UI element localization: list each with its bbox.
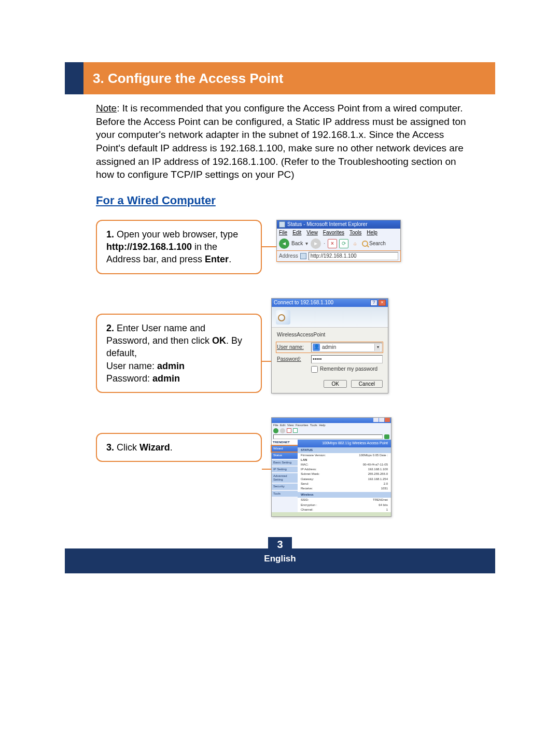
close-icon[interactable] xyxy=(385,418,390,422)
user-icon: 👤 xyxy=(313,344,320,351)
note-label: Note xyxy=(96,103,117,114)
page-footer: 3 English xyxy=(65,548,495,573)
step-3-bubble: 3. Click Wizard. xyxy=(96,433,262,462)
dialog-banner xyxy=(272,307,388,328)
step-2-row: 2. Enter User name and Password, and the… xyxy=(96,298,485,393)
section-title-bar: 3. Configure the Access Point xyxy=(83,62,495,94)
username-input[interactable]: 👤 admin ▾ xyxy=(311,343,382,352)
connector-line xyxy=(262,361,271,362)
password-label: Password: xyxy=(277,356,308,362)
ie-toolbar: ◄ Back ▾ ► · × ⟳ ⌂ Search xyxy=(277,237,400,251)
ie-titlebar: Status - Microsoft Internet Explorer xyxy=(277,220,400,229)
help-icon[interactable]: ? xyxy=(370,300,377,306)
forward-button-icon[interactable]: ► xyxy=(311,238,321,249)
step-2-bubble: 2. Enter User name and Password, and the… xyxy=(96,314,262,393)
sidebar-item-basic[interactable]: Basic Setting xyxy=(272,460,298,466)
back-button-icon[interactable]: ◄ xyxy=(279,238,289,249)
address-label: Address xyxy=(279,253,298,259)
step-3-row: 3. Click Wizard. File Edit View Favorite… xyxy=(96,417,485,517)
step-2-number: 2. xyxy=(106,323,114,333)
connector-line xyxy=(262,246,276,247)
search-button[interactable]: Search xyxy=(362,241,386,247)
stop-icon[interactable] xyxy=(287,428,291,433)
menu-file[interactable]: File xyxy=(279,230,287,235)
back-label[interactable]: Back xyxy=(291,241,303,247)
go-icon[interactable] xyxy=(384,434,389,439)
sidebar-item-security[interactable]: Security xyxy=(272,484,298,489)
menu-favorites[interactable]: Favorites xyxy=(323,230,344,235)
dialog-title: Connect to 192.168.1.100 xyxy=(274,300,333,306)
keys-icon xyxy=(276,310,290,325)
admin-sidebar: TRENDNET Wizard Status Basic Setting IP … xyxy=(272,440,298,512)
stop-icon[interactable]: × xyxy=(328,239,337,248)
remember-row: Remember my password xyxy=(311,366,383,373)
dialog-titlebar: Connect to 192.168.1.100 ? × xyxy=(272,299,388,307)
brand-logo: TRENDNET xyxy=(272,440,298,445)
admin-banner: 100Mbps 802.11g Wireless Access Point xyxy=(298,440,391,447)
wireless-heading: Wireless xyxy=(298,492,391,498)
section-header: 3. Configure the Access Point xyxy=(65,62,495,94)
screenshot-admin-page: File Edit View Favorites Tools Help TREN… xyxy=(271,417,391,517)
step-1-number: 1. xyxy=(106,229,114,240)
page-number: 3 xyxy=(268,537,292,552)
ie-address-row: Address http://192.168.1.100 xyxy=(276,250,401,262)
sub-heading: For a Wired Computer xyxy=(96,194,495,207)
menu-edit[interactable]: Edit xyxy=(292,230,301,235)
username-label: User name: xyxy=(277,344,308,350)
refresh-icon[interactable] xyxy=(293,428,298,433)
admin-address-input[interactable] xyxy=(273,434,383,439)
search-icon xyxy=(362,241,368,247)
home-icon[interactable]: ⌂ xyxy=(351,239,360,248)
admin-main: 100Mbps 802.11g Wireless Access Point ST… xyxy=(298,440,391,512)
password-input[interactable]: ••••• xyxy=(311,355,383,363)
sidebar-item-advanced[interactable]: Advanced Setting xyxy=(272,473,298,483)
admin-menubar: File Edit View Favorites Tools Help xyxy=(272,423,391,428)
ok-button[interactable]: OK xyxy=(324,380,346,388)
note-text: : It is recommended that you configure t… xyxy=(96,103,466,180)
back-icon[interactable] xyxy=(273,428,278,433)
dialog-body: WirelessAccessPoint User name: 👤 admin ▾… xyxy=(272,328,388,393)
step-3-number: 3. xyxy=(106,442,114,453)
remember-label: Remember my password xyxy=(320,366,377,372)
sidebar-item-tools[interactable]: Tools xyxy=(272,491,298,497)
step-1-row: 1. Open your web browser, type http://19… xyxy=(96,220,485,274)
close-icon[interactable]: × xyxy=(379,300,386,306)
refresh-icon[interactable]: ⟳ xyxy=(339,239,348,248)
sidebar-item-wizard[interactable]: Wizard xyxy=(272,446,298,452)
remember-checkbox[interactable] xyxy=(311,366,318,373)
status-heading: STATUS xyxy=(298,447,391,453)
step-1-bubble: 1. Open your web browser, type http://19… xyxy=(96,220,262,274)
menu-help[interactable]: Help xyxy=(367,230,377,235)
cancel-button[interactable]: Cancel xyxy=(351,380,383,388)
screenshot-ie-browser: Status - Microsoft Internet Explorer Fil… xyxy=(276,220,401,262)
admin-titlebar xyxy=(272,418,391,423)
note-paragraph: Note: It is recommended that you configu… xyxy=(96,102,474,181)
ie-icon xyxy=(279,221,285,228)
maximize-icon[interactable] xyxy=(379,418,384,422)
menu-tools[interactable]: Tools xyxy=(349,230,361,235)
ie-menubar: FileEditViewFavoritesToolsHelp xyxy=(277,229,400,237)
header-accent xyxy=(65,62,83,94)
connector-line xyxy=(262,469,271,470)
password-row: Password: ••••• xyxy=(277,355,383,363)
ie-window-title: Status - Microsoft Internet Explorer xyxy=(287,221,368,228)
page-icon xyxy=(300,253,306,259)
screenshot-auth-dialog: Connect to 192.168.1.100 ? × WirelessAcc… xyxy=(271,298,388,393)
username-row: User name: 👤 admin ▾ xyxy=(276,342,383,353)
admin-address-row xyxy=(272,434,391,440)
sidebar-item-ip[interactable]: IP Setting xyxy=(272,467,298,472)
section-title: 3. Configure the Access Point xyxy=(93,71,283,87)
forward-icon[interactable] xyxy=(280,428,285,433)
sidebar-item-status[interactable]: Status xyxy=(272,453,298,458)
minimize-icon[interactable] xyxy=(373,418,379,422)
dropdown-icon[interactable]: ▾ xyxy=(374,344,381,351)
admin-toolbar xyxy=(272,428,391,434)
dialog-realm: WirelessAccessPoint xyxy=(277,332,383,338)
menu-view[interactable]: View xyxy=(306,230,318,235)
admin-statusbar xyxy=(272,512,391,516)
address-input[interactable]: http://192.168.1.100 xyxy=(309,252,398,260)
